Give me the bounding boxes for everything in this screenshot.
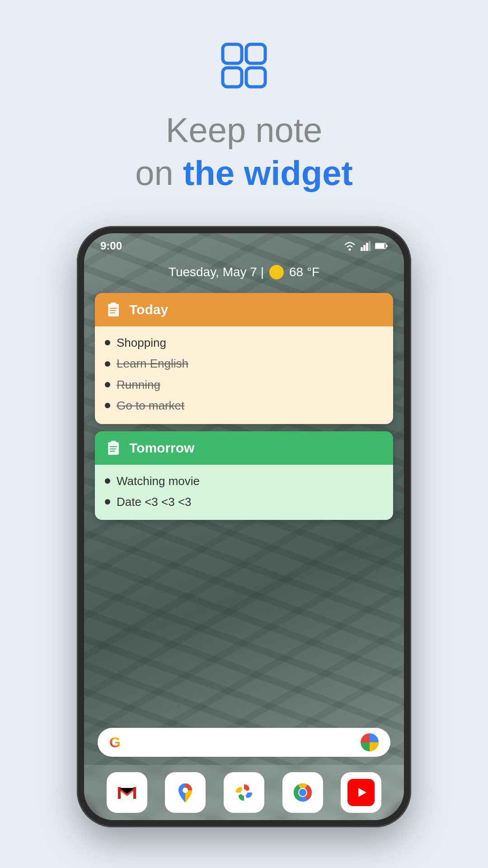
clipboard-today-icon <box>105 301 122 318</box>
svg-rect-2 <box>223 68 242 87</box>
todo-text: Date <3 <3 <3 <box>117 494 192 510</box>
headline-prefix: on <box>135 154 183 192</box>
todo-text: Running <box>117 377 160 393</box>
photos-icon <box>230 779 258 806</box>
battery-icon <box>375 241 388 251</box>
todo-text: Watching movie <box>117 473 200 489</box>
svg-rect-8 <box>369 241 371 251</box>
widget-today-title: Today <box>129 302 168 317</box>
widget-tomorrow-body: Watching movie Date <3 <3 <3 <box>95 465 393 520</box>
top-section: Keep note on the widget <box>135 0 352 194</box>
svg-rect-14 <box>110 308 117 309</box>
svg-rect-7 <box>366 243 368 251</box>
google-search-bar[interactable]: G <box>98 728 390 757</box>
todo-text: Go to market <box>117 397 184 414</box>
bottom-dock-area: G <box>84 723 404 820</box>
svg-rect-26 <box>133 787 136 799</box>
phone-screen: 9:00 <box>84 233 404 820</box>
signal-icon <box>361 241 371 251</box>
svg-rect-11 <box>386 245 388 247</box>
svg-rect-5 <box>361 247 363 251</box>
todo-text: Shopping <box>117 335 166 351</box>
svg-rect-1 <box>246 44 265 63</box>
svg-rect-15 <box>110 310 116 311</box>
todo-dot <box>105 403 110 408</box>
widget-today-header: Today <box>95 293 393 326</box>
gmail-icon <box>113 779 141 806</box>
wifi-icon <box>343 241 356 251</box>
svg-rect-18 <box>111 441 116 443</box>
todo-item-movie: Watching movie <box>105 473 383 489</box>
date-text: Tuesday, May 7 | <box>169 265 264 279</box>
widget-today-body: Shopping Learn English Running Go t <box>95 326 393 424</box>
status-bar: 9:00 <box>84 233 404 257</box>
todo-item-market: Go to market <box>105 397 383 414</box>
widget-tomorrow-title: Tomorrow <box>129 440 194 456</box>
dock-app-photos[interactable] <box>224 772 264 813</box>
svg-rect-20 <box>110 448 116 449</box>
svg-rect-25 <box>118 787 121 799</box>
svg-rect-19 <box>110 446 117 447</box>
date-weather: Tuesday, May 7 | 68 °F <box>84 257 404 293</box>
youtube-icon <box>347 779 375 806</box>
svg-point-35 <box>299 789 306 796</box>
todo-item-running: Running <box>105 377 383 393</box>
widget-tomorrow[interactable]: Tomorrow Watching movie Date <3 <3 <3 <box>95 431 393 520</box>
temperature-text: 68 °F <box>289 265 319 279</box>
status-icons <box>343 241 388 251</box>
svg-rect-16 <box>110 312 115 313</box>
dock-app-chrome[interactable] <box>282 772 323 813</box>
dock-app-youtube[interactable] <box>341 772 381 813</box>
todo-dot <box>105 499 110 505</box>
todo-text: Learn English <box>117 355 188 372</box>
svg-rect-10 <box>375 244 385 248</box>
svg-rect-0 <box>223 44 242 63</box>
headline-line1: Keep note <box>166 111 323 149</box>
dock-app-gmail[interactable] <box>107 772 147 813</box>
headline-highlight: the widget <box>183 154 353 192</box>
weather-sun-icon <box>269 265 284 279</box>
svg-point-28 <box>183 788 188 793</box>
phone-frame: 9:00 <box>77 226 411 827</box>
google-g-icon: G <box>109 734 121 751</box>
app-dock <box>84 765 404 820</box>
svg-rect-21 <box>110 451 115 452</box>
todo-dot <box>105 361 110 367</box>
widget-tomorrow-header: Tomorrow <box>95 431 393 465</box>
todo-dot <box>105 382 110 387</box>
chrome-icon <box>289 779 316 806</box>
svg-rect-3 <box>246 68 265 87</box>
phone-mockup: 9:00 <box>77 226 411 827</box>
google-assistant-icon[interactable] <box>361 733 379 751</box>
todo-dot <box>105 478 110 484</box>
app-logo-icon <box>219 41 269 90</box>
widget-today[interactable]: Today Shopping Learn English <box>95 293 393 424</box>
widgets-area: Today Shopping Learn English <box>84 293 404 520</box>
svg-rect-6 <box>363 245 366 251</box>
status-time: 9:00 <box>100 240 122 252</box>
svg-point-30 <box>241 789 247 796</box>
dock-app-maps[interactable] <box>165 772 206 813</box>
clipboard-tomorrow-icon <box>105 439 122 457</box>
svg-point-4 <box>349 249 351 251</box>
todo-item-shopping: Shopping <box>105 335 383 351</box>
headline: Keep note on the widget <box>135 108 352 194</box>
todo-item-english: Learn English <box>105 355 383 372</box>
todo-dot <box>105 340 110 345</box>
maps-icon <box>172 779 199 806</box>
svg-rect-13 <box>111 302 116 305</box>
todo-item-date: Date <3 <3 <3 <box>105 494 383 510</box>
